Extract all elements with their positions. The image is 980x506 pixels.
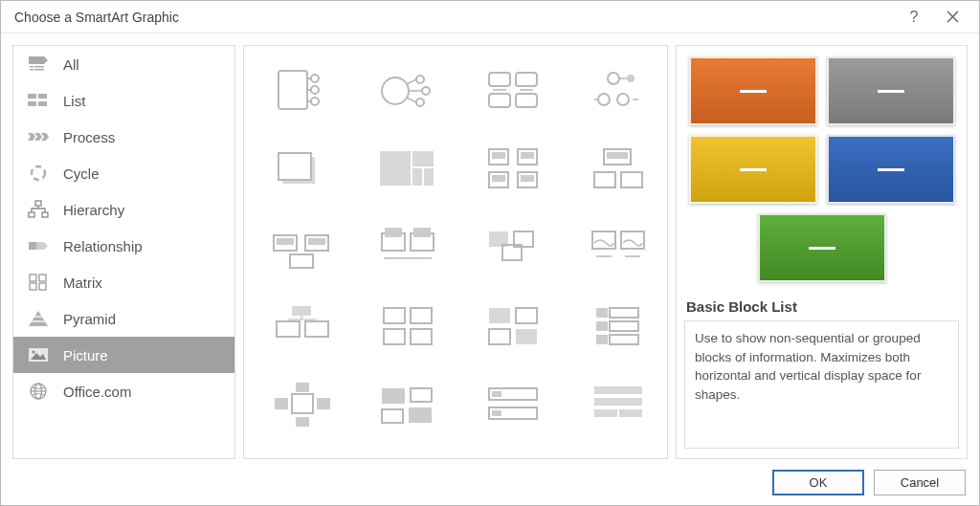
list-icon: [27, 91, 50, 110]
svg-rect-105: [516, 308, 537, 323]
svg-rect-21: [39, 283, 46, 290]
svg-rect-97: [305, 321, 328, 337]
svg-rect-100: [384, 308, 405, 323]
svg-marker-11: [41, 133, 49, 141]
layout-thumb[interactable]: [359, 369, 457, 440]
layout-thumb[interactable]: [359, 55, 457, 126]
svg-rect-96: [277, 321, 300, 337]
preview-canvas: [682, 52, 961, 281]
help-button[interactable]: ?: [895, 1, 933, 33]
layout-thumb[interactable]: [254, 448, 351, 458]
svg-rect-130: [619, 409, 642, 417]
sidebar-label: Cycle: [63, 165, 100, 182]
preview-title: Basic Block List: [686, 298, 957, 315]
sidebar-label: List: [63, 93, 85, 109]
layout-thumb[interactable]: [569, 212, 667, 283]
layout-thumb[interactable]: [254, 212, 351, 283]
sidebar-item-cycle[interactable]: Cycle: [13, 155, 234, 191]
layout-gallery[interactable]: [244, 46, 667, 458]
svg-point-42: [422, 87, 430, 95]
svg-rect-114: [292, 394, 313, 413]
svg-rect-104: [489, 308, 510, 323]
layout-thumb[interactable]: [464, 369, 562, 440]
svg-rect-81: [308, 238, 325, 245]
svg-rect-33: [278, 71, 307, 109]
svg-rect-111: [610, 321, 638, 331]
svg-rect-106: [489, 329, 510, 344]
svg-rect-71: [492, 175, 505, 182]
svg-rect-112: [596, 335, 608, 344]
svg-marker-9: [28, 133, 35, 141]
svg-rect-48: [516, 73, 537, 86]
svg-rect-103: [411, 329, 432, 344]
svg-point-43: [416, 99, 424, 106]
svg-rect-50: [516, 94, 537, 107]
svg-rect-76: [594, 172, 615, 187]
layout-thumb[interactable]: [464, 448, 562, 458]
layout-thumb[interactable]: [569, 291, 667, 362]
gallery-container: [243, 45, 668, 459]
svg-rect-73: [521, 175, 534, 182]
layout-thumb[interactable]: [569, 369, 667, 440]
layout-thumb[interactable]: [464, 134, 562, 205]
layout-thumb[interactable]: [359, 448, 457, 458]
svg-rect-86: [413, 228, 431, 237]
svg-marker-0: [29, 56, 48, 64]
svg-marker-10: [34, 133, 42, 141]
sidebar-label: Matrix: [63, 275, 102, 291]
svg-rect-49: [489, 94, 510, 107]
category-sidebar[interactable]: All List Process Cycle: [12, 45, 235, 459]
svg-rect-126: [492, 410, 501, 416]
sidebar-label: Hierarchy: [63, 202, 124, 218]
sidebar-item-officecom[interactable]: Office.com: [13, 373, 234, 409]
svg-rect-124: [492, 391, 501, 397]
svg-rect-67: [492, 152, 505, 159]
sidebar-item-pyramid[interactable]: Pyramid: [13, 300, 234, 337]
layout-thumb[interactable]: [569, 448, 667, 458]
svg-rect-47: [489, 73, 510, 86]
svg-point-36: [311, 98, 319, 105]
cycle-icon: [27, 164, 50, 183]
svg-rect-65: [424, 168, 434, 186]
sidebar-label: Relationship: [63, 238, 143, 254]
sidebar-item-list[interactable]: List: [13, 82, 234, 119]
sidebar-item-all[interactable]: All: [13, 46, 234, 82]
sidebar-item-relationship[interactable]: Relationship: [13, 228, 234, 264]
layout-thumb[interactable]: [254, 55, 351, 126]
sidebar-item-hierarchy[interactable]: Hierarchy: [13, 191, 234, 228]
svg-rect-107: [516, 329, 537, 344]
layout-thumb[interactable]: [254, 134, 351, 205]
sidebar-item-picture[interactable]: Picture: [13, 337, 234, 373]
svg-rect-8: [38, 101, 47, 106]
sidebar-item-process[interactable]: Process: [13, 119, 234, 155]
layout-thumb[interactable]: [254, 291, 351, 362]
layout-thumb[interactable]: [254, 369, 351, 440]
layout-thumb[interactable]: [464, 291, 562, 362]
layout-thumb[interactable]: [359, 212, 457, 283]
svg-rect-62: [380, 151, 411, 186]
close-button[interactable]: [933, 1, 971, 33]
sidebar-item-matrix[interactable]: Matrix: [13, 264, 234, 300]
layout-thumb[interactable]: [359, 134, 457, 205]
process-icon: [27, 127, 50, 146]
svg-rect-117: [296, 383, 309, 392]
svg-rect-122: [409, 407, 432, 423]
svg-rect-101: [411, 308, 432, 323]
all-icon: [27, 55, 50, 74]
svg-rect-118: [296, 417, 309, 427]
ok-button[interactable]: OK: [772, 470, 864, 495]
layout-thumb[interactable]: [464, 55, 562, 126]
layout-thumb[interactable]: [569, 134, 667, 205]
svg-rect-115: [275, 398, 288, 409]
svg-rect-63: [412, 151, 434, 166]
preview-block: [827, 56, 955, 125]
svg-rect-110: [596, 321, 608, 331]
cancel-button[interactable]: Cancel: [874, 470, 966, 495]
layout-thumb[interactable]: [569, 55, 667, 126]
svg-rect-109: [610, 308, 638, 318]
svg-marker-22: [29, 311, 48, 326]
svg-point-29: [33, 351, 35, 354]
layout-thumb[interactable]: [464, 212, 562, 283]
svg-rect-113: [610, 335, 638, 344]
layout-thumb[interactable]: [359, 291, 457, 362]
